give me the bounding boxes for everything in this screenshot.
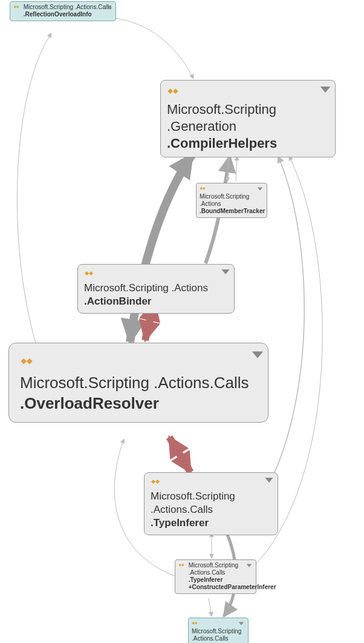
node-reflection-overload-info[interactable]: Microsoft.Scripting .Actions.Calls .Refl… — [10, 1, 116, 21]
node-label: Microsoft.Scripting .Actions.Calls .Type… — [151, 490, 271, 530]
chevron-down-icon[interactable] — [264, 475, 274, 489]
svg-rect-10 — [151, 480, 155, 484]
node-label: Microsoft.Scripting .Generation .Compile… — [167, 101, 329, 152]
class-icon — [13, 4, 19, 12]
chevron-down-icon[interactable] — [221, 267, 230, 280]
chevron-down-icon[interactable] — [257, 186, 263, 194]
chevron-down-icon[interactable] — [246, 562, 252, 570]
svg-rect-5 — [203, 187, 205, 190]
chevron-down-icon[interactable] — [251, 346, 264, 366]
node-compiler-helpers[interactable]: Microsoft.Scripting .Generation .Compile… — [160, 80, 336, 157]
chevron-down-icon[interactable] — [238, 621, 244, 628]
svg-rect-6 — [85, 271, 89, 275]
svg-rect-15 — [195, 622, 197, 624]
node-label: Microsoft.Scripting .Actions.Calls .Type… — [189, 562, 252, 591]
class-icon — [151, 476, 160, 490]
svg-rect-12 — [179, 564, 181, 566]
chevron-down-icon[interactable] — [106, 4, 112, 12]
node-type-inferer[interactable]: Microsoft.Scripting .Actions.Calls .Type… — [144, 472, 278, 535]
node-label: Microsoft.Scripting .Actions.Calls .Refl… — [24, 4, 112, 18]
node-label: Microsoft.Scripting .Actions .BoundMembe… — [200, 193, 265, 215]
node-inference-result[interactable]: Microsoft.Scripting .Actions.Calls .Infe… — [188, 618, 249, 643]
class-icon — [178, 562, 184, 570]
node-overload-resolver[interactable]: Microsoft.Scripting .Actions.Calls .Over… — [8, 343, 268, 423]
node-label: Microsoft.Scripting .Actions.Calls .Infe… — [192, 628, 239, 643]
svg-rect-14 — [192, 622, 195, 624]
svg-rect-8 — [21, 358, 27, 364]
svg-rect-7 — [89, 271, 93, 275]
node-label: Microsoft.Scripting .Actions .ActionBind… — [84, 282, 228, 308]
svg-rect-2 — [167, 88, 173, 94]
svg-rect-13 — [181, 564, 184, 566]
class-icon — [84, 268, 94, 282]
node-action-binder[interactable]: Microsoft.Scripting .Actions .ActionBind… — [77, 264, 235, 314]
svg-rect-1 — [16, 5, 19, 8]
class-icon — [192, 620, 198, 628]
class-icon — [167, 84, 179, 101]
svg-rect-9 — [27, 358, 33, 364]
svg-rect-11 — [155, 480, 160, 484]
svg-rect-3 — [173, 88, 178, 94]
class-icon — [200, 185, 206, 193]
node-label: Microsoft.Scripting .Actions.Calls .Over… — [20, 372, 249, 414]
node-constructed-parameter-inferer[interactable]: Microsoft.Scripting .Actions.Calls .Type… — [175, 559, 256, 594]
node-bound-member-tracker[interactable]: Microsoft.Scripting .Actions .BoundMembe… — [196, 183, 267, 218]
svg-rect-4 — [200, 187, 203, 190]
chevron-down-icon[interactable] — [319, 83, 331, 100]
class-icon — [20, 352, 33, 372]
svg-rect-0 — [14, 5, 16, 8]
